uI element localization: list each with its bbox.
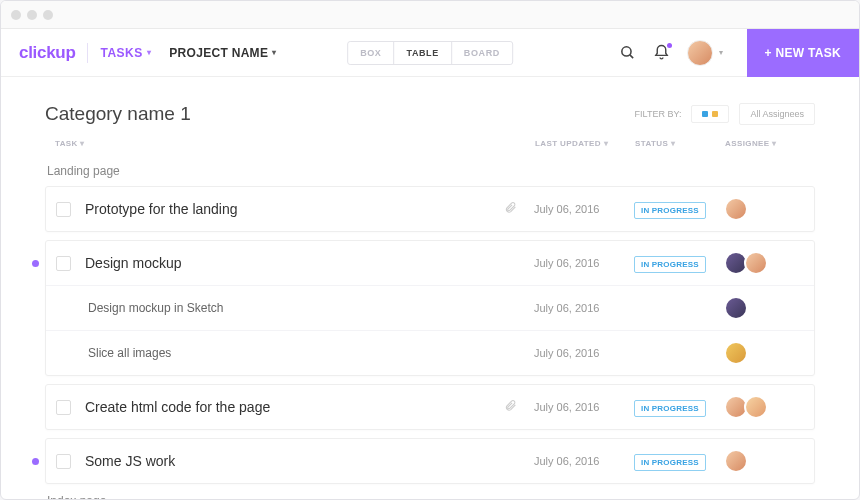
project-dropdown[interactable]: PROJECT NAME ▾ — [169, 46, 276, 60]
paperclip-icon[interactable] — [504, 200, 520, 218]
nav-tasks[interactable]: TASKS ▾ — [100, 46, 151, 60]
task-date: July 06, 2016 — [534, 203, 634, 215]
task-checkbox[interactable] — [56, 400, 71, 415]
avatar[interactable] — [724, 449, 748, 473]
status-badge[interactable]: IN PROGRESS — [634, 256, 706, 273]
status-filter[interactable] — [691, 105, 729, 123]
avatar[interactable] — [744, 251, 768, 275]
task-checkbox[interactable] — [56, 256, 71, 271]
view-box[interactable]: BOX — [348, 42, 394, 64]
svg-point-0 — [622, 47, 631, 56]
task-date: July 06, 2016 — [534, 302, 634, 314]
task-title: Slice all images — [88, 346, 534, 360]
view-table[interactable]: TABLE — [394, 42, 451, 64]
chevron-down-icon: ▾ — [147, 48, 152, 57]
task-status: IN PROGRESS — [634, 253, 724, 273]
unread-dot — [32, 458, 39, 465]
task-title: Design mockup in Sketch — [88, 301, 534, 315]
app-window: clickup TASKS ▾ PROJECT NAME ▾ BOX TABLE… — [0, 0, 860, 500]
view-segments: BOX TABLE BOARD — [347, 41, 513, 65]
task-assignees — [724, 395, 804, 419]
status-dot-blue — [702, 111, 708, 117]
subtask-row[interactable]: Design mockup in SketchJuly 06, 2016 — [46, 285, 814, 330]
task-title: Create html code for the page — [85, 399, 504, 415]
search-icon[interactable] — [619, 44, 637, 62]
nav-tasks-label: TASKS — [100, 46, 142, 60]
svg-line-1 — [630, 55, 633, 58]
user-menu[interactable]: ▾ — [687, 40, 731, 66]
avatar — [687, 40, 713, 66]
task-status: IN PROGRESS — [634, 199, 724, 219]
chevron-down-icon: ▾ — [272, 48, 276, 57]
filter-label: FILTER BY: — [635, 109, 682, 119]
task-row[interactable]: Some JS workJuly 06, 2016IN PROGRESS — [46, 439, 814, 483]
new-task-button[interactable]: + NEW TASK — [747, 29, 859, 77]
notification-dot — [667, 43, 672, 48]
task-assignees — [724, 341, 804, 365]
column-headers: TASK ▾ LAST UPDATED ▾ STATUS ▾ ASSIGNEE … — [45, 139, 815, 154]
task-status: IN PROGRESS — [634, 397, 724, 417]
task-card: Design mockupJuly 06, 2016IN PROGRESSDes… — [45, 240, 815, 376]
window-chrome — [1, 1, 859, 29]
task-assignees — [724, 449, 804, 473]
topbar: clickup TASKS ▾ PROJECT NAME ▾ BOX TABLE… — [1, 29, 859, 77]
bell-icon[interactable] — [653, 44, 671, 62]
task-assignees — [724, 197, 804, 221]
col-task[interactable]: TASK ▾ — [55, 139, 535, 148]
task-title: Design mockup — [85, 255, 504, 271]
avatar[interactable] — [724, 341, 748, 365]
status-badge[interactable]: IN PROGRESS — [634, 454, 706, 471]
task-date: July 06, 2016 — [534, 257, 634, 269]
avatar[interactable] — [744, 395, 768, 419]
brand-logo[interactable]: clickup — [19, 43, 75, 63]
avatar[interactable] — [724, 197, 748, 221]
traffic-light-min[interactable] — [27, 10, 37, 20]
task-date: July 06, 2016 — [534, 347, 634, 359]
category-title: Category name 1 — [45, 103, 191, 125]
col-assignee[interactable]: ASSIGNEE ▾ — [725, 139, 805, 148]
traffic-light-max[interactable] — [43, 10, 53, 20]
avatar[interactable] — [724, 296, 748, 320]
topbar-right: ▾ + NEW TASK — [619, 29, 859, 76]
category-header: Category name 1 FILTER BY: All Assignees — [45, 103, 815, 125]
task-groups: Landing pagePrototype for the landingJul… — [45, 164, 815, 500]
status-badge[interactable]: IN PROGRESS — [634, 400, 706, 417]
unread-dot — [32, 260, 39, 267]
col-updated[interactable]: LAST UPDATED ▾ — [535, 139, 635, 148]
task-row[interactable]: Create html code for the pageJuly 06, 20… — [46, 385, 814, 429]
group-label: Index page — [47, 494, 815, 500]
task-checkbox[interactable] — [56, 202, 71, 217]
group-label: Landing page — [47, 164, 815, 178]
task-date: July 06, 2016 — [534, 401, 634, 413]
assignee-filter-label: All Assignees — [750, 109, 804, 119]
main-content: Category name 1 FILTER BY: All Assignees… — [1, 77, 859, 500]
task-assignees — [724, 296, 804, 320]
paperclip-icon[interactable] — [504, 398, 520, 416]
task-checkbox[interactable] — [56, 454, 71, 469]
task-status: IN PROGRESS — [634, 451, 724, 471]
view-board[interactable]: BOARD — [452, 42, 512, 64]
subtask-row[interactable]: Slice all imagesJuly 06, 2016 — [46, 330, 814, 375]
divider — [87, 43, 88, 63]
task-card: Some JS workJuly 06, 2016IN PROGRESS — [45, 438, 815, 484]
chevron-down-icon: ▾ — [719, 48, 723, 57]
col-status[interactable]: STATUS ▾ — [635, 139, 725, 148]
task-title: Prototype for the landing — [85, 201, 504, 217]
task-title: Some JS work — [85, 453, 504, 469]
status-dot-yellow — [712, 111, 718, 117]
filter-group: FILTER BY: All Assignees — [635, 103, 815, 125]
task-row[interactable]: Prototype for the landingJuly 06, 2016IN… — [46, 187, 814, 231]
status-badge[interactable]: IN PROGRESS — [634, 202, 706, 219]
task-assignees — [724, 251, 804, 275]
traffic-light-close[interactable] — [11, 10, 21, 20]
task-card: Create html code for the pageJuly 06, 20… — [45, 384, 815, 430]
assignee-filter[interactable]: All Assignees — [739, 103, 815, 125]
task-date: July 06, 2016 — [534, 455, 634, 467]
task-card: Prototype for the landingJuly 06, 2016IN… — [45, 186, 815, 232]
task-row[interactable]: Design mockupJuly 06, 2016IN PROGRESS — [46, 241, 814, 285]
project-label: PROJECT NAME — [169, 46, 268, 60]
